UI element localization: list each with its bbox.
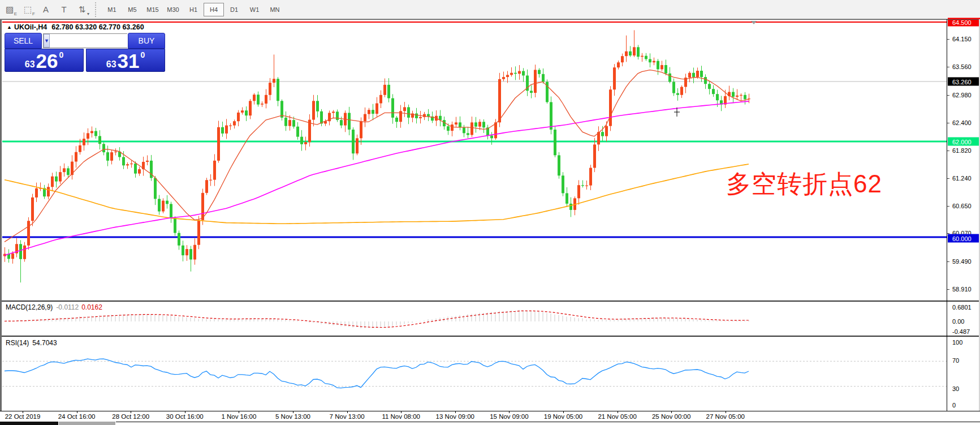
time-label: 13 Nov 09:00 <box>436 413 474 420</box>
macd-signal-value: 0.0162 <box>81 303 102 311</box>
candle-body <box>688 73 691 78</box>
candle-body <box>502 77 505 79</box>
buy-price-main: 31 <box>118 53 140 70</box>
candle-body <box>23 246 26 259</box>
candle-body <box>601 132 604 136</box>
candle-body <box>217 127 220 161</box>
time-label: 11 Nov 08:00 <box>382 413 420 420</box>
sell-price-sup: 0 <box>59 50 63 59</box>
candle-body <box>565 193 568 203</box>
timeframe-m1[interactable]: M1 <box>102 3 122 16</box>
collapse-arrow-icon[interactable]: ▲ <box>7 24 12 30</box>
candle-body <box>660 65 663 69</box>
timeframe-m30[interactable]: M30 <box>163 3 183 16</box>
time-label: 7 Nov 13:00 <box>330 413 365 420</box>
rsi-separator[interactable] <box>0 336 980 337</box>
candle-body <box>348 113 351 130</box>
arrows-tool-icon[interactable]: ⇅▾ <box>74 2 90 17</box>
candle-body <box>189 249 192 259</box>
candle-body <box>292 120 295 127</box>
ma_slow-line[interactable] <box>5 164 749 224</box>
price-tick-label: 62.980 <box>952 92 972 98</box>
candle-body <box>672 82 675 93</box>
price-tick-label: 63.560 <box>952 63 972 70</box>
macd-indicator-canvas[interactable] <box>2 302 947 335</box>
candle-body <box>379 95 382 104</box>
candle-body <box>122 157 125 166</box>
candle-body <box>269 83 271 95</box>
candle-body <box>451 125 454 131</box>
macd-separator[interactable] <box>0 300 980 302</box>
timeframe-h1[interactable]: H1 <box>183 3 204 16</box>
candle-body <box>712 89 715 94</box>
candle-body <box>593 144 596 168</box>
candle-body <box>518 71 521 74</box>
chart-annotation-text[interactable]: 多空转折点62 <box>726 168 882 201</box>
fibonacci-tool-icon[interactable]: ⬚F <box>19 2 36 17</box>
time-label: 21 Nov 05:00 <box>598 413 636 420</box>
candle-body <box>692 73 695 77</box>
text-box-tool-icon[interactable]: T <box>55 2 72 17</box>
macd-label: MACD(12,26,9)-0.01120.0162 <box>6 303 102 311</box>
candle-body <box>83 139 85 145</box>
timeframe-m15[interactable]: M15 <box>143 3 163 16</box>
candle-body <box>463 127 465 133</box>
price-badge-60.000: 60.000 <box>948 234 980 243</box>
rsi-indicator-canvas[interactable] <box>2 337 947 410</box>
ma_fast-line[interactable] <box>5 70 749 242</box>
bottom-tab-active[interactable] <box>0 422 58 425</box>
sell-button[interactable]: SELL <box>5 33 42 49</box>
indicator-scale-label: -0.487 <box>952 328 970 335</box>
price-scale[interactable]: 64.15063.56062.98062.40061.82061.24060.6… <box>947 19 980 421</box>
buy-price-tile[interactable]: 63 31 0 <box>86 49 165 72</box>
candle-body <box>391 98 394 118</box>
timeframe-m5[interactable]: M5 <box>122 3 143 16</box>
candle-body <box>312 101 315 119</box>
candle-body <box>478 122 481 126</box>
candle-body <box>87 133 89 139</box>
candle-body <box>637 47 640 57</box>
ohlc-values: 62.780 63.320 62.770 63.260 <box>51 23 144 31</box>
price-tick-label: 59.490 <box>952 258 972 265</box>
candle-body <box>530 91 533 93</box>
sell-price-main: 26 <box>36 53 58 70</box>
timeframe-h4[interactable]: H4 <box>204 3 224 16</box>
candle-body <box>261 104 264 105</box>
sell-price-tile[interactable]: 63 26 0 <box>5 49 84 72</box>
timeframe-w1[interactable]: W1 <box>244 3 265 16</box>
candle-body <box>740 95 742 96</box>
crosshair-draw-tool-icon[interactable]: ▨E <box>1 2 18 17</box>
candle-body <box>352 130 355 153</box>
price-tick <box>947 39 949 40</box>
timeframe-d1[interactable]: D1 <box>224 3 244 16</box>
candle-body <box>233 121 236 125</box>
time-label: 25 Nov 00:00 <box>652 413 690 420</box>
candle-body <box>75 152 77 162</box>
candle-body <box>490 136 493 139</box>
candle-body <box>403 107 406 111</box>
ma_mid-line[interactable] <box>5 101 749 255</box>
candle-body <box>364 114 366 122</box>
price-badge-62.000: 62.000 <box>948 138 980 146</box>
time-axis[interactable]: 22 Oct 201924 Oct 16:0028 Oct 12:0030 Oc… <box>0 411 980 422</box>
price-tick <box>947 151 949 151</box>
timeframe-mn[interactable]: MN <box>265 3 285 16</box>
candle-body <box>178 233 180 246</box>
candle-body <box>569 204 572 210</box>
volume-decrease-button[interactable]: ▼ <box>44 34 50 48</box>
candle-body <box>641 56 644 57</box>
time-label: 1 Nov 16:00 <box>221 413 256 420</box>
buy-button[interactable]: BUY <box>128 33 165 49</box>
candle-body <box>558 155 560 175</box>
candle-body <box>708 84 711 89</box>
candle-body <box>664 65 667 74</box>
candle-body <box>387 85 390 98</box>
candle-body <box>11 254 14 259</box>
text-label-tool-icon[interactable]: A <box>37 2 54 17</box>
price-tick-label: 61.820 <box>952 147 972 154</box>
bottom-tab-inactive[interactable] <box>59 422 115 425</box>
candle-body <box>562 175 564 193</box>
price-tick-label: 60.650 <box>952 203 972 209</box>
window-left-border <box>0 19 2 422</box>
price-tick <box>947 289 949 290</box>
